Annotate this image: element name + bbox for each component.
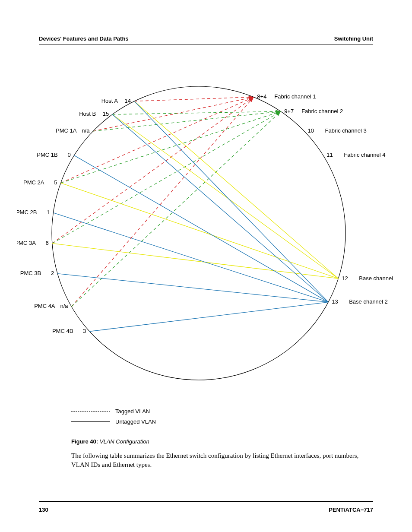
label-base2: Base channel 2 [349, 298, 388, 305]
port-fab1: 8+4 [257, 93, 266, 100]
label-base1: Base channel 1 [359, 275, 393, 282]
edge [57, 274, 328, 302]
port-pmc1b: 0 [67, 152, 70, 158]
edge [89, 302, 328, 332]
legend-line-dashed [71, 411, 110, 412]
header-left: Devices' Features and Data Paths [39, 35, 129, 42]
edge [112, 114, 338, 279]
header-rule [39, 44, 373, 44]
legend-line-solid [71, 421, 110, 422]
port-pmc1a: n/a [82, 127, 90, 134]
figure-title: VLAN Configuration [100, 438, 149, 445]
port-pmc2a: 5 [54, 179, 57, 186]
edge [74, 155, 329, 302]
edge [112, 114, 328, 302]
figure-caption: Figure 40: VLAN Configuration [71, 438, 149, 445]
label-pmc2a: PMC 2A [23, 179, 44, 186]
edge [52, 97, 254, 244]
edge [61, 97, 254, 183]
label-pmc1b: PMC 1B [37, 152, 57, 158]
label-pmc4b: PMC 4B [52, 328, 73, 334]
label-fab3: Fabric channel 3 [325, 127, 367, 134]
label-fab4: Fabric channel 4 [344, 152, 385, 158]
port-hostB: 15 [103, 111, 109, 117]
port-pmc3b: 2 [51, 270, 54, 276]
port-hostA: 14 [124, 98, 130, 104]
edge [61, 111, 281, 183]
edge [72, 97, 254, 307]
edge [72, 111, 281, 307]
legend-untagged-label: Untagged VLAN [115, 418, 156, 425]
port-pmc4a: n/a [60, 303, 68, 309]
label-hostA: Host A [101, 98, 118, 104]
label-pmc3a: PMC 3A [17, 240, 36, 246]
label-pmc1a: PMC 1A [56, 127, 77, 134]
label-fab2: Fabric channel 2 [301, 108, 343, 114]
page-number: 130 [39, 507, 48, 513]
figure-number: Figure 40: [71, 438, 98, 445]
edge [61, 183, 339, 279]
port-base2: 13 [332, 298, 338, 305]
legend: Tagged VLAN Untagged VLAN [71, 406, 156, 427]
footer-rule [39, 501, 373, 502]
edge [134, 97, 254, 101]
label-hostB: Host B [79, 111, 96, 117]
port-fab4: 11 [326, 152, 333, 158]
label-pmc4a: PMC 4A [34, 303, 55, 309]
edge [53, 213, 328, 302]
doc-id: PENT/ATCA−717 [329, 507, 373, 513]
port-pmc3a: 6 [46, 240, 49, 246]
label-pmc3b: PMC 3B [20, 270, 41, 276]
label-pmc2b: PMC 2B [17, 209, 37, 215]
body-paragraph: The following table summarizes the Ether… [71, 451, 373, 469]
edge [134, 101, 328, 302]
vlan-diagram: 14Host A15Host Bn/aPMC 1A0PMC 1B5PMC 2A1… [17, 69, 393, 415]
header-right: Switching Unit [334, 35, 373, 42]
port-pmc4b: 3 [83, 328, 86, 334]
legend-tagged-label: Tagged VLAN [115, 408, 150, 415]
port-fab2: 9+7 [284, 108, 294, 114]
label-fab1: Fabric channel 1 [274, 93, 316, 100]
edge [93, 111, 281, 131]
port-pmc2b: 1 [47, 209, 50, 215]
port-fab3: 10 [308, 127, 314, 134]
port-base1: 12 [342, 275, 348, 282]
